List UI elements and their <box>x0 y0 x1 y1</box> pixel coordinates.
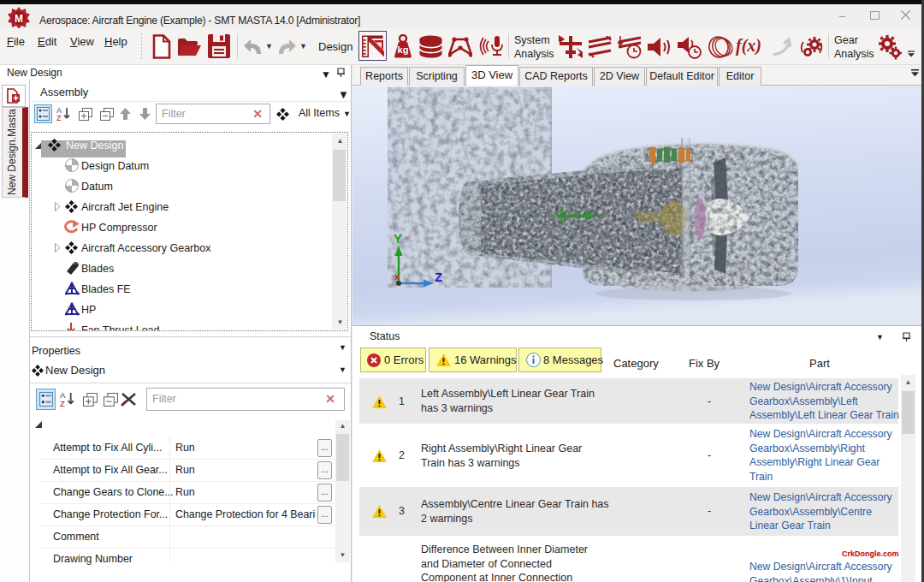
svg-text:Y: Y <box>394 231 402 246</box>
svg-text:Z: Z <box>435 270 442 284</box>
svg-text:kg: kg <box>398 45 409 55</box>
svg-text:Z: Z <box>56 114 62 122</box>
svg-text:Z: Z <box>60 399 65 407</box>
svg-text:M: M <box>15 13 23 25</box>
svg-text:x: x <box>394 271 400 282</box>
